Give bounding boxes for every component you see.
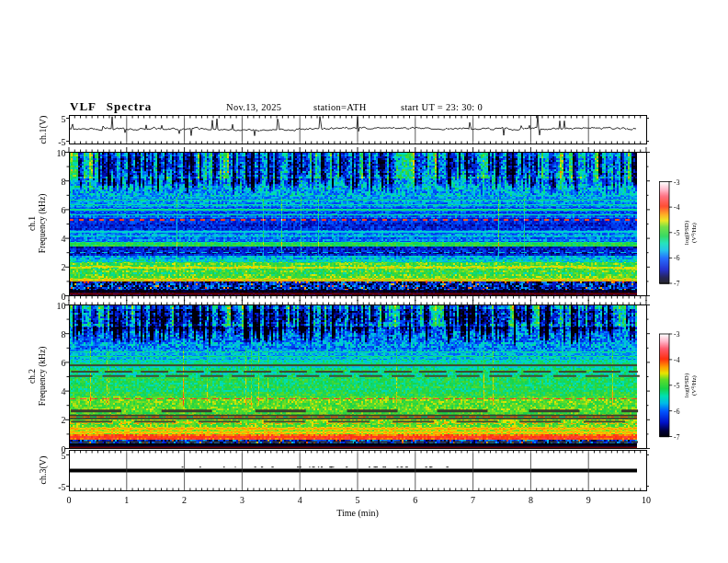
page-title: VLF Spectra (70, 99, 152, 114)
colorbar1-tick-label: -4 (674, 203, 680, 212)
axis-label-spec2: ch.2 Frequency (kHz) (28, 347, 47, 407)
axis-label-spec2-frequency: Frequency (kHz) (37, 347, 47, 407)
colorbar1-tick-label: -5 (674, 228, 680, 236)
colorbar2-tick-label: -6 (674, 407, 680, 415)
colorbar2-tick-label: -5 (674, 381, 680, 389)
x-tick-label: 1 (124, 495, 129, 505)
spec1-y-tick-label: 4 (62, 234, 66, 244)
axis-label-spec1-frequency: Frequency (kHz) (37, 194, 47, 254)
colorbar2-tick-label: -3 (674, 330, 680, 339)
header-station: station=ATH (313, 102, 367, 112)
spec1-y-tick-label: 10 (57, 147, 66, 157)
x-tick-label: 10 (642, 495, 651, 505)
x-tick-label: 4 (298, 495, 302, 505)
axis-label-ch1-volts: ch.1(V) (38, 116, 48, 144)
header-date: Nov.13, 2025 (226, 102, 281, 112)
colorbar2-tick-label: -4 (674, 355, 680, 363)
colorbar2-label: log(PSD)(V²/Hz) (683, 367, 698, 405)
spec2-y-tick-label: 6 (62, 357, 66, 367)
ch1v-y-tick-label: -5 (58, 136, 65, 146)
axis-label-spec1: ch.1 Frequency (kHz) (28, 194, 47, 254)
spec1-y-tick-label: 6 (62, 204, 66, 214)
colorbar1-tick-label: -3 (674, 178, 680, 186)
plot-canvas (0, 0, 728, 563)
spec2-y-tick-label: 2 (62, 415, 66, 425)
ch3v-y-tick-label: -5 (58, 481, 65, 491)
axis-label-spec2-channel: ch.2 (28, 347, 38, 407)
x-tick-label: 3 (240, 495, 245, 505)
x-tick-label: 5 (356, 495, 360, 505)
vlf-spectra-figure: VLF Spectra Nov.13, 2025 station=ATH sta… (0, 0, 728, 563)
spec1-y-tick-label: 2 (62, 262, 66, 272)
colorbar1-label: log(PSD)(V²/Hz) (683, 214, 698, 252)
x-tick-label: 8 (529, 495, 533, 505)
colorbar1-tick-label: -7 (674, 280, 680, 288)
x-tick-label: 9 (586, 495, 591, 505)
x-tick-label: 0 (67, 495, 72, 505)
axis-label-spec1-channel: ch.1 (28, 194, 38, 254)
axis-label-ch3-volts: ch.3(V) (38, 456, 48, 485)
colorbar1-tick-label: -6 (674, 254, 680, 262)
x-axis-label: Time (min) (336, 508, 378, 518)
x-tick-label: 6 (413, 495, 417, 505)
spec2-y-tick-label: 10 (57, 300, 66, 310)
x-tick-label: 7 (471, 495, 475, 505)
header-start-ut: start UT = 23: 30: 0 (401, 102, 483, 112)
x-tick-label: 2 (182, 495, 187, 505)
colorbar2-tick-label: -7 (674, 432, 680, 441)
ch3v-y-tick-label: 5 (62, 450, 66, 460)
spec2-y-tick-label: 4 (62, 386, 66, 396)
spec2-y-tick-label: 8 (62, 328, 66, 339)
spec1-y-tick-label: 8 (62, 176, 66, 186)
ch1v-y-tick-label: 5 (62, 113, 66, 123)
